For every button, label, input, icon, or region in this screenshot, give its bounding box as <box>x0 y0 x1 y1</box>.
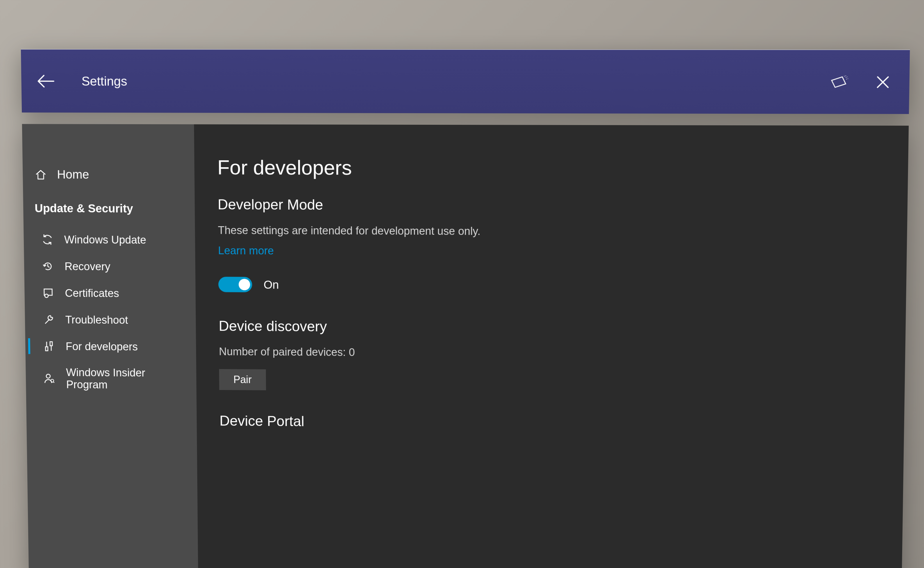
titlebar: Settings <box>21 49 910 114</box>
sidebar-item-windows-update[interactable]: Windows Update <box>24 226 195 253</box>
sidebar-item-recovery[interactable]: Recovery <box>24 253 195 280</box>
window-body: Home Update & Security Windows Update Re… <box>22 124 909 568</box>
person-icon <box>43 372 56 385</box>
developer-mode-description: These settings are intended for developm… <box>218 224 887 239</box>
developer-mode-toggle[interactable] <box>218 277 252 292</box>
close-button[interactable] <box>871 70 895 94</box>
sidebar-home[interactable]: Home <box>23 161 195 188</box>
sidebar-item-label: Windows Update <box>64 234 146 246</box>
history-icon <box>41 260 54 273</box>
sidebar-home-label: Home <box>57 168 89 181</box>
sidebar-item-label: Recovery <box>65 260 110 273</box>
tools-icon <box>42 340 56 353</box>
sidebar-item-label: Troubleshoot <box>65 314 128 326</box>
sidebar-item-label: Windows Insider Program <box>66 366 185 391</box>
sidebar-item-troubleshoot[interactable]: Troubleshoot <box>25 306 196 334</box>
sync-icon <box>41 233 54 246</box>
svg-point-2 <box>46 374 50 378</box>
follow-me-button[interactable] <box>827 70 851 94</box>
certificate-icon <box>42 287 55 299</box>
device-discovery-heading: Device discovery <box>218 317 885 338</box>
sidebar: Home Update & Security Windows Update Re… <box>22 124 198 568</box>
close-icon <box>876 75 890 89</box>
developer-mode-toggle-label: On <box>263 278 279 291</box>
back-button[interactable] <box>35 71 56 91</box>
page-title: For developers <box>217 156 888 181</box>
home-icon <box>34 168 47 181</box>
sidebar-section-title: Update & Security <box>23 187 195 227</box>
wrench-icon <box>42 313 55 326</box>
settings-window: Settings Home Update & Security <box>21 49 910 568</box>
sidebar-item-label: For developers <box>65 340 138 353</box>
main-content: For developers Developer Mode These sett… <box>194 124 909 568</box>
window-follow-icon <box>829 74 848 89</box>
developer-mode-toggle-row: On <box>218 277 886 296</box>
arrow-left-icon <box>37 74 54 88</box>
sidebar-item-label: Certificates <box>65 287 119 299</box>
sidebar-item-windows-insider[interactable]: Windows Insider Program <box>26 360 197 399</box>
pair-button[interactable]: Pair <box>219 369 266 390</box>
developer-mode-heading: Developer Mode <box>218 196 887 215</box>
sidebar-item-for-developers[interactable]: For developers <box>25 333 197 360</box>
sidebar-item-certificates[interactable]: Certificates <box>24 279 196 307</box>
learn-more-link[interactable]: Learn more <box>218 245 274 257</box>
paired-devices-text: Number of paired devices: 0 <box>219 346 885 361</box>
svg-point-1 <box>45 294 48 298</box>
app-title: Settings <box>82 74 127 88</box>
toggle-knob <box>239 279 250 290</box>
